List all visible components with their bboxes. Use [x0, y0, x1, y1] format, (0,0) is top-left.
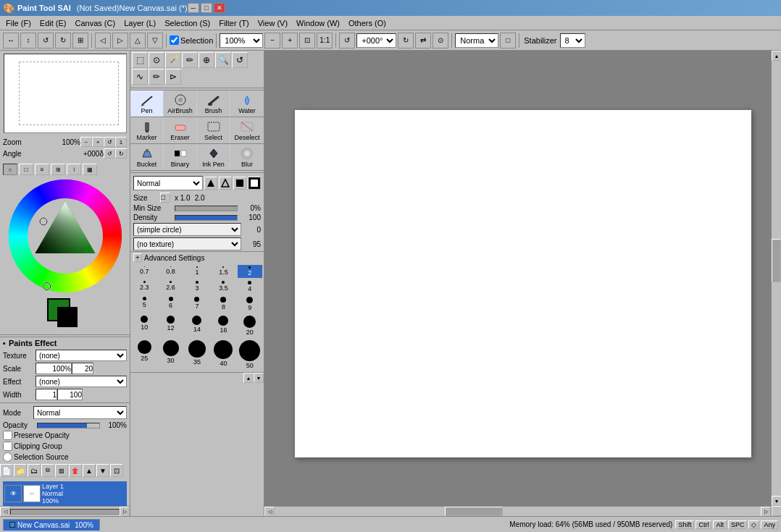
water-tool-btn[interactable]: Water	[230, 90, 264, 117]
nav-up-button[interactable]: △	[130, 33, 146, 48]
color-dots-btn[interactable]: ⁞	[67, 164, 81, 175]
zoom-inc-button[interactable]: +	[92, 137, 104, 147]
brush-size-14[interactable]: 14	[185, 314, 209, 337]
shape-btn-4[interactable]	[248, 177, 261, 190]
brush-size-30[interactable]: 30	[158, 339, 183, 371]
brush-size-25[interactable]: 25	[132, 339, 156, 371]
angle-cw-button[interactable]: ↻	[115, 148, 127, 159]
h-scrollbar[interactable]	[10, 509, 120, 515]
angle-ccw-button[interactable]: ↺	[104, 148, 115, 159]
menu-canvas[interactable]: Canvas (C)	[71, 17, 120, 29]
rotate-left-button[interactable]: ↺	[339, 33, 355, 48]
rotate-ccw-button[interactable]: ↺	[38, 33, 54, 48]
shape-btn-1[interactable]	[204, 177, 217, 190]
layer-mode-select[interactable]: Normal	[33, 406, 127, 419]
brush-size-10[interactable]: 10	[132, 314, 156, 337]
grid-button[interactable]: ⊞	[72, 33, 88, 48]
layer-group-button[interactable]: 🗂	[28, 464, 41, 477]
ink-pen-tool-btn[interactable]: Ink Pen	[197, 144, 230, 170]
brush-size-1[interactable]: 1	[185, 265, 209, 278]
menu-others[interactable]: Others (O)	[344, 17, 390, 29]
curve-tool[interactable]: ∿	[132, 69, 148, 85]
opacity-track[interactable]	[37, 423, 100, 428]
shape-btn-3[interactable]	[233, 177, 246, 190]
marker-tool-btn[interactable]: Marker	[130, 117, 164, 143]
scale-input[interactable]	[36, 363, 72, 374]
scale-max-input[interactable]	[72, 363, 93, 374]
color-wheel-btn[interactable]: ○	[3, 164, 17, 175]
zoom-reset-button[interactable]: ↺	[104, 137, 115, 147]
zoom-100-left-button[interactable]: 1	[115, 137, 127, 147]
drawing-canvas[interactable]	[295, 110, 751, 457]
canvas-vscroll[interactable]: ▲ ▼	[771, 51, 781, 516]
vscroll-thumb[interactable]	[772, 239, 781, 282]
brush-mode-select[interactable]: Normal	[133, 176, 203, 190]
move-tool[interactable]: ⊳	[165, 69, 181, 85]
brush-texture-select[interactable]: (no texture)	[133, 237, 241, 250]
brush-size-12[interactable]: 12	[158, 314, 183, 337]
color-wheel-container[interactable]	[7, 178, 123, 294]
tool-scroll-down-btn[interactable]: ▼	[254, 373, 264, 383]
layer-more-button[interactable]: ⊡	[110, 464, 123, 477]
brush-size-50[interactable]: 50	[238, 339, 262, 371]
rotation-select[interactable]: +000°	[356, 33, 396, 48]
maximize-button[interactable]: □	[201, 3, 212, 13]
layer-folder-button[interactable]: 📁	[14, 464, 27, 477]
brush-size-5[interactable]: 5	[132, 295, 156, 313]
tool-scroll-up-btn[interactable]: ▲	[243, 373, 254, 383]
eyedropper-tool[interactable]: ✏	[149, 69, 164, 85]
layer-visibility-icon[interactable]: 👁	[4, 485, 22, 502]
background-swatch[interactable]	[57, 307, 78, 327]
width-input[interactable]	[36, 389, 57, 400]
brush-size-3.5[interactable]: 3.5	[211, 279, 235, 294]
zoom-select[interactable]: 100% 50% 200%	[220, 33, 263, 48]
menu-edit[interactable]: Edit (E)	[36, 17, 71, 29]
deselect-tool-btn[interactable]: Deselect	[230, 117, 264, 143]
brush-size-1.5[interactable]: 1.5	[211, 265, 235, 278]
selection-checkbox[interactable]	[170, 35, 179, 45]
eraser-tool-btn[interactable]: Eraser	[164, 117, 197, 143]
canvas-hscroll[interactable]: ◁ ▷	[264, 506, 771, 516]
brush-size-0.8[interactable]: 0.8	[158, 265, 183, 278]
shape-btn-2[interactable]	[219, 177, 232, 190]
vscroll-up-btn[interactable]: ▲	[772, 51, 781, 61]
color-wheel-canvas[interactable]	[7, 178, 123, 294]
brush-size-16[interactable]: 16	[211, 314, 235, 337]
brush-size-2.3[interactable]: 2.3	[132, 279, 156, 294]
menu-filter[interactable]: Filter (T)	[214, 17, 254, 29]
brush-size-40[interactable]: 40	[211, 339, 235, 371]
canvas-tab-new[interactable]: New Canvas.sai 100%	[3, 519, 100, 531]
brush-shape-select[interactable]: (simple circle)	[133, 223, 241, 236]
zoom-100-button[interactable]: 1:1	[317, 33, 333, 48]
layer-new-button[interactable]: 📄	[0, 464, 13, 477]
color-custom-btn[interactable]: ▦	[83, 164, 97, 175]
layer-item[interactable]: 👁 ✏ Layer 1 Normal 100%	[3, 481, 127, 506]
vscroll-down-btn[interactable]: ▼	[772, 496, 781, 506]
brush-size-3[interactable]: 3	[185, 279, 209, 294]
binary-tool-btn[interactable]: Binary	[164, 144, 197, 170]
color-square-btn[interactable]: □	[19, 164, 33, 175]
magic-wand-tool[interactable]: 🪄	[165, 52, 181, 68]
mode-toggle[interactable]: □	[500, 33, 516, 48]
bucket-tool-btn[interactable]: Bucket	[130, 144, 164, 170]
airbrush-tool-btn[interactable]: AirBrush	[164, 90, 197, 117]
brush-size-9[interactable]: 9	[238, 295, 262, 313]
menu-window[interactable]: Window (W)	[292, 17, 344, 29]
mode-select[interactable]: Normal	[455, 33, 498, 48]
brush-size-35[interactable]: 35	[185, 339, 209, 371]
select-tool-btn[interactable]: Select	[197, 117, 230, 143]
lasso-tool[interactable]: ⊙	[149, 52, 164, 68]
close-button[interactable]: ✕	[214, 3, 225, 13]
rect-select-tool[interactable]: ⬚	[132, 52, 148, 68]
hscroll-right-btn[interactable]: ▷	[761, 507, 771, 516]
brush-size-8[interactable]: 8	[211, 295, 235, 313]
selection-source-radio[interactable]	[3, 452, 12, 462]
hscroll-left-btn[interactable]: ◁	[264, 507, 275, 516]
blur-tool-btn[interactable]: Blur	[230, 144, 264, 170]
brush-size-2[interactable]: 2	[238, 265, 262, 278]
texture-select[interactable]: (none)	[36, 350, 127, 361]
advanced-settings-toggle[interactable]: + Advanced Settings	[133, 253, 261, 262]
layer-mask-button[interactable]: ▨	[55, 464, 68, 477]
width-max-input[interactable]	[57, 389, 83, 400]
scroll-left-button[interactable]: ◁	[0, 507, 10, 517]
